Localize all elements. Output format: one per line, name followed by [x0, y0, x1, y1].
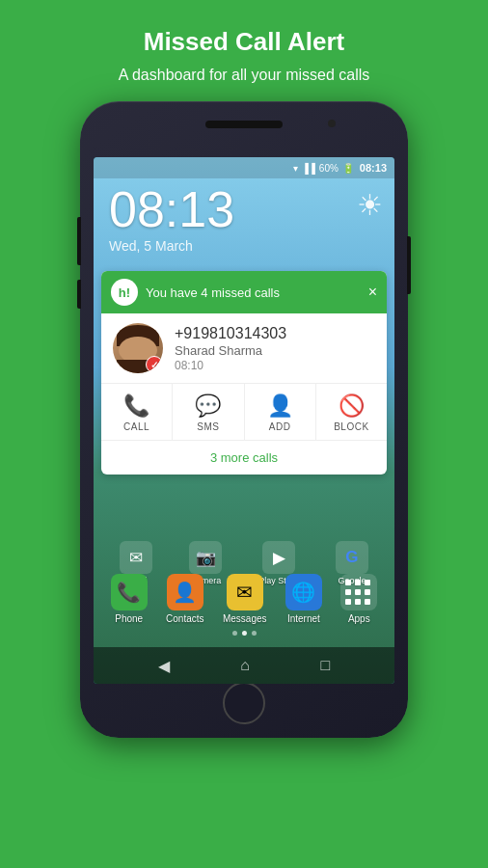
page-indicators	[94, 631, 394, 636]
phone-screen: ▾ ▐▐ 60% 🔋 08:13 08:13 Wed, 5 March ☀ h!	[94, 157, 394, 684]
google-icon: G	[336, 541, 368, 574]
home-nav-icon[interactable]: ⌂	[240, 657, 250, 674]
contacts-dock-label: Contacts	[166, 613, 203, 624]
dot-1	[232, 631, 237, 636]
status-icons: ▾ ▐▐ 60% 🔋 08:13	[293, 162, 387, 174]
notification-card: h! You have 4 missed calls × ✓ +91981031…	[101, 271, 387, 475]
dot-3	[252, 631, 257, 636]
block-icon: 🚫	[339, 393, 365, 419]
status-bar: ▾ ▐▐ 60% 🔋 08:13	[94, 157, 394, 178]
app-header: Missed Call Alert A dashboard for all yo…	[99, 0, 390, 101]
avatar: ✓	[113, 323, 163, 373]
phone-camera	[328, 120, 336, 127]
email-icon: ✉	[120, 541, 152, 574]
camera-icon: 📷	[189, 541, 222, 574]
lock-time-display: 08:13	[109, 184, 234, 234]
sms-icon: 💬	[195, 393, 221, 419]
apps-dock-label: Apps	[348, 613, 370, 624]
app-subtitle: A dashboard for all your missed calls	[119, 65, 370, 86]
battery-icon: 🔋	[342, 163, 354, 174]
wifi-icon: ▾	[293, 163, 298, 174]
add-icon: 👤	[267, 393, 293, 419]
close-button[interactable]: ×	[368, 284, 377, 301]
more-calls-label: 3 more calls	[210, 450, 278, 465]
volume-button	[407, 236, 411, 294]
sms-label: SMS	[197, 421, 219, 432]
call-icon: 📞	[123, 393, 149, 419]
block-button[interactable]: 🚫 BLOCK	[316, 384, 387, 440]
phone-dock-label: Phone	[115, 613, 143, 624]
contact-number: +919810314303	[175, 325, 375, 342]
phone-mockup: ▾ ▐▐ 60% 🔋 08:13 08:13 Wed, 5 March ☀ h!	[80, 101, 408, 738]
home-button[interactable]	[223, 682, 265, 724]
call-time: 08:10	[175, 359, 375, 372]
volume-up-button	[77, 217, 81, 265]
phone-dock-item[interactable]: 📞 Phone	[111, 574, 148, 624]
internet-dock-item[interactable]: 🌐 Internet	[285, 574, 322, 624]
messages-dock-label: Messages	[223, 613, 267, 624]
weather-icon: ☀	[357, 188, 383, 222]
dot-2	[242, 631, 247, 636]
add-button[interactable]: 👤 ADD	[245, 384, 316, 440]
add-label: ADD	[269, 421, 291, 432]
lock-screen-time: 08:13 Wed, 5 March	[109, 184, 234, 254]
battery-level: 60%	[319, 163, 339, 174]
app-icon: h!	[111, 279, 138, 306]
contact-name: Sharad Sharma	[175, 343, 375, 358]
block-label: BLOCK	[334, 421, 368, 432]
more-calls-link[interactable]: 3 more calls	[101, 440, 387, 475]
phone-speaker	[205, 121, 283, 128]
signal-icon: ▐▐	[302, 163, 315, 174]
notification-message: You have 4 missed calls	[146, 285, 361, 300]
sms-button[interactable]: 💬 SMS	[173, 384, 244, 440]
apps-dock-icon	[340, 574, 377, 610]
call-label: CALL	[123, 421, 149, 432]
contact-info: +919810314303 Sharad Sharma 08:10	[175, 325, 375, 372]
lock-date-display: Wed, 5 March	[109, 238, 234, 254]
messages-dock-icon: ✉	[227, 574, 263, 610]
playstore-icon: ▶	[262, 541, 295, 574]
contact-row: ✓ +919810314303 Sharad Sharma 08:10	[101, 313, 387, 383]
notification-header: h! You have 4 missed calls ×	[101, 271, 387, 313]
call-button[interactable]: 📞 CALL	[101, 384, 173, 440]
app-title: Missed Call Alert	[119, 27, 370, 57]
messages-dock-item[interactable]: ✉ Messages	[223, 574, 267, 624]
phone-shell: ▾ ▐▐ 60% 🔋 08:13 08:13 Wed, 5 March ☀ h!	[80, 101, 408, 738]
contacts-dock-icon: 👤	[167, 574, 203, 610]
apps-dock-item[interactable]: Apps	[340, 574, 377, 624]
action-row: 📞 CALL 💬 SMS 👤 ADD 🚫 BLOCK	[101, 383, 387, 440]
navigation-bar: ◀ ⌂ □	[94, 647, 394, 684]
recent-nav-icon[interactable]: □	[321, 657, 331, 674]
internet-dock-label: Internet	[287, 613, 320, 624]
missed-call-badge: ✓	[146, 356, 163, 373]
power-button	[77, 280, 81, 309]
internet-dock-icon: 🌐	[285, 574, 322, 610]
status-time: 08:13	[360, 162, 387, 174]
back-nav-icon[interactable]: ◀	[158, 657, 170, 675]
phone-dock-icon: 📞	[111, 574, 148, 610]
contacts-dock-item[interactable]: 👤 Contacts	[166, 574, 203, 624]
dock-apps: 📞 Phone 👤 Contacts ✉ Messages 🌐 Internet	[94, 574, 394, 624]
